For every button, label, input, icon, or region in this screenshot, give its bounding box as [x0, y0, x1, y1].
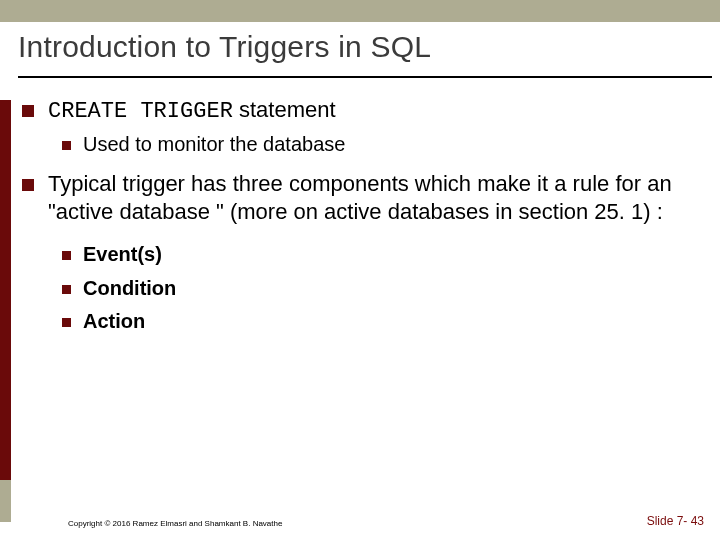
bullet-level2: Action — [62, 309, 702, 335]
top-accent-bar — [0, 0, 720, 22]
bullet-text: Typical trigger has three components whi… — [48, 170, 702, 226]
content-area: CREATE TRIGGER statement Used to monitor… — [18, 96, 702, 343]
code-text: CREATE TRIGGER — [48, 99, 233, 124]
bullet-level2: Used to monitor the database — [62, 132, 702, 158]
left-accent-bar-bottom — [0, 480, 11, 522]
bullet-level2: Event(s) — [62, 242, 702, 268]
slide: Introduction to Triggers in SQL CREATE T… — [0, 0, 720, 540]
left-accent-bar — [0, 100, 11, 480]
bullet-text: Action — [83, 309, 702, 335]
footer-slide-number: Slide 7- 43 — [647, 514, 704, 528]
bullet-level1: CREATE TRIGGER statement — [18, 96, 702, 126]
square-bullet-icon — [62, 251, 71, 260]
bullet-text: Event(s) — [83, 242, 702, 268]
square-bullet-icon — [62, 141, 71, 150]
footer-copyright: Copyright © 2016 Ramez Elmasri and Shamk… — [68, 519, 282, 528]
square-bullet-icon — [62, 285, 71, 294]
square-bullet-icon — [22, 105, 34, 117]
bullet-level2: Condition — [62, 276, 702, 302]
bullet-text: Used to monitor the database — [83, 132, 702, 158]
bullet-text: Condition — [83, 276, 702, 302]
square-bullet-icon — [22, 179, 34, 191]
square-bullet-icon — [62, 318, 71, 327]
bullet-level1: Typical trigger has three components whi… — [18, 170, 702, 226]
plain-text: statement — [233, 97, 336, 122]
bullet-text: CREATE TRIGGER statement — [48, 96, 702, 126]
slide-title: Introduction to Triggers in SQL — [18, 30, 431, 64]
title-underline — [18, 76, 712, 78]
